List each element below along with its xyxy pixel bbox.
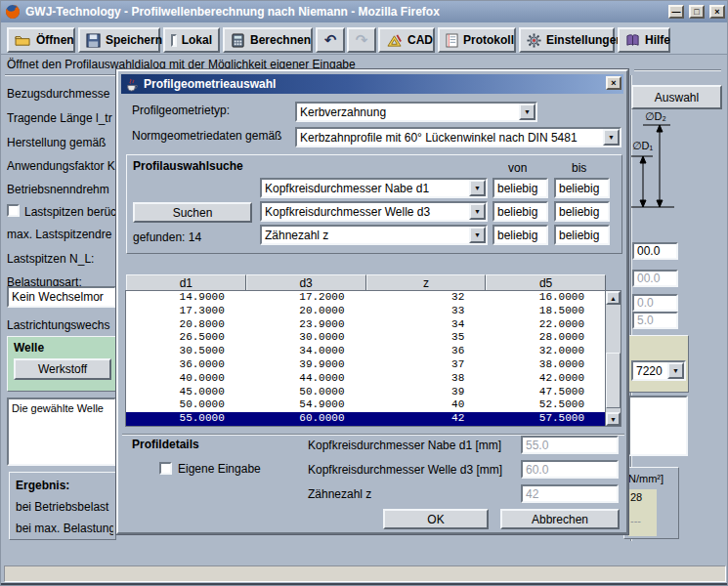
table-row[interactable]: 14.900017.20003216.0000 (126, 291, 606, 305)
table-row[interactable]: 36.000039.90003738.0000 (126, 358, 606, 372)
z-detail-input[interactable]: 42 (521, 484, 619, 503)
book-icon (625, 33, 640, 48)
minimize-button[interactable]: — (668, 5, 684, 19)
cad-button[interactable]: CAD (378, 27, 435, 53)
lokal-checkbox[interactable] (171, 34, 177, 47)
bis2-input[interactable]: beliebig (554, 201, 610, 222)
chevron-down-icon[interactable]: ▼ (667, 362, 684, 379)
chevron-down-icon[interactable]: ▼ (603, 129, 620, 146)
bis1-input[interactable]: beliebig (554, 178, 610, 198)
ok-button[interactable]: OK (383, 509, 489, 529)
selected-value: Kerbverzahnung (297, 104, 519, 120)
right-field-1[interactable]: 00.0 (632, 242, 678, 260)
label-anwendungsfaktor: Anwendungsfaktor K (7, 159, 116, 173)
welle-note-textarea[interactable]: Die gewählte Welle (7, 398, 116, 466)
table-cell: 34.0000 (246, 345, 366, 358)
belastungsart-select[interactable]: Kein Wechselmor (7, 286, 116, 308)
ergebnis-line1: bei Betriebsbelast (16, 500, 113, 514)
maximize-button[interactable]: □ (689, 5, 705, 19)
table-cell: 32 (366, 291, 487, 305)
scrollbar-thumb[interactable] (606, 353, 621, 408)
table-scrollbar[interactable]: ▲ ▼ (606, 291, 621, 426)
d3-detail-input[interactable]: 60.0 (521, 460, 619, 479)
dialog-titlebar[interactable]: Profilgeometrieauswahl × (121, 74, 623, 94)
cancel-button[interactable]: Abbrechen (500, 509, 620, 529)
von2-input[interactable]: beliebig (492, 201, 548, 222)
calculate-button[interactable]: Berechnen (223, 27, 313, 53)
eigene-eingabe-checkbox[interactable] (159, 462, 172, 475)
undo-icon: ↶ (324, 31, 337, 49)
lastspitzen-checkbox[interactable] (7, 204, 20, 217)
eigene-eingabe-label: Eigene Eingabe (178, 462, 261, 476)
search-criterion2-select[interactable]: Kopfkreisdurchmesser Welle d3 ▼ (260, 201, 488, 222)
search-criterion3-select[interactable]: Zähnezahl z ▼ (260, 225, 488, 245)
profilgeometrietyp-select[interactable]: Kerbverzahnung ▼ (295, 102, 537, 122)
protokoll-label: Protokoll (463, 33, 514, 47)
settings-button[interactable]: Einstellungen (519, 27, 615, 53)
suchen-label: Suchen (173, 206, 213, 220)
chevron-down-icon[interactable]: ▼ (469, 203, 486, 220)
chevron-down-icon[interactable]: ▼ (519, 104, 535, 120)
save-button[interactable]: Speichern (78, 27, 160, 53)
open-button[interactable]: Öffnen (7, 27, 75, 53)
main-titlebar: GWJ-Technology - Profilwellenberechnung … (1, 1, 728, 22)
close-button[interactable]: × (709, 5, 725, 19)
table-cell: 33 (366, 305, 487, 318)
table-cell: 45.0000 (126, 386, 246, 399)
column-header-z[interactable]: z (366, 274, 487, 291)
table-row[interactable]: 30.500034.00003632.0000 (126, 345, 606, 358)
table-row[interactable]: 26.500030.00003528.0000 (126, 331, 606, 345)
settings-label: Einstellungen (546, 33, 623, 47)
table-row[interactable]: 50.000054.90004052.5000 (126, 398, 606, 412)
chevron-down-icon[interactable]: ▼ (469, 180, 486, 196)
table-header: d1 d3 z d5 (126, 274, 606, 291)
lokal-toggle[interactable]: Lokal (163, 27, 220, 53)
suchen-button[interactable]: Suchen (133, 202, 252, 223)
label-lastrichtungswechsel: Lastrichtungswechs (7, 318, 116, 332)
von3-input[interactable]: beliebig (492, 225, 548, 245)
table-cell: 57.5000 (486, 412, 606, 426)
table-row[interactable]: 20.800023.90003422.0000 (126, 318, 606, 332)
column-header-d1[interactable]: d1 (126, 274, 246, 291)
dimension-drawing (629, 105, 683, 211)
table-row[interactable]: 40.000044.00003842.0000 (126, 372, 606, 386)
right-field-4[interactable]: 5.0 (632, 312, 678, 329)
welle-title: Welle (14, 341, 44, 355)
material-select[interactable]: 7220 ▼ (631, 360, 686, 381)
d1-detail-label: Kopfkreisdurchmesser Nabe d1 [mm] (308, 439, 501, 452)
von1-input[interactable]: beliebig (492, 178, 548, 198)
scroll-up-icon[interactable]: ▲ (606, 291, 621, 305)
table-row[interactable]: 55.000060.00004257.5000 (126, 412, 606, 426)
help-label: Hilfe (645, 33, 670, 47)
table-cell: 30.5000 (126, 345, 246, 358)
value: 42 (526, 487, 538, 501)
chevron-down-icon[interactable]: ▼ (469, 227, 486, 243)
help-button[interactable]: Hilfe (618, 27, 670, 53)
dialog-close-icon[interactable]: × (606, 76, 621, 90)
d1-detail-input[interactable]: 55.0 (521, 436, 619, 454)
normgeometriedaten-select[interactable]: Kerbzahnprofile mit 60° Lückenwinkel nac… (295, 127, 621, 147)
d3-detail-label: Kopfkreisdurchmesser Welle d3 [mm] (308, 463, 502, 477)
scroll-down-icon[interactable]: ▼ (606, 412, 621, 426)
protokoll-button[interactable]: Protokoll (438, 27, 516, 53)
bis3-input[interactable]: beliebig (554, 225, 610, 245)
redo-button[interactable]: ↷ (347, 27, 376, 53)
right-field-2[interactable]: 00.0 (632, 270, 678, 287)
undo-button[interactable]: ↶ (316, 27, 345, 53)
search-criterion1-select[interactable]: Kopfkreisdurchmesser Nabe d1 ▼ (260, 178, 488, 198)
value: 60.0 (526, 463, 548, 477)
table-cell: 23.9000 (246, 318, 366, 332)
label-max-lastspitzen: max. Lastspitzendre (7, 228, 116, 241)
right-field-3[interactable]: 0.0 (632, 294, 678, 312)
table-row[interactable]: 17.300020.00003318.5000 (126, 305, 606, 318)
table-cell: 40.0000 (126, 372, 246, 386)
werkstoff-button[interactable]: Werkstoff (14, 358, 111, 380)
found-count: gefunden: 14 (133, 230, 201, 244)
column-header-d5[interactable]: d5 (486, 274, 606, 291)
table-row[interactable]: 45.000050.00003947.5000 (126, 386, 606, 399)
column-header-d3[interactable]: d3 (246, 274, 366, 291)
table-cell: 50.0000 (126, 398, 246, 412)
table-cell: 42 (366, 412, 487, 426)
table-cell: 16.0000 (486, 291, 606, 305)
stress-result-panel: N/mm²] 28 --- (623, 467, 679, 539)
